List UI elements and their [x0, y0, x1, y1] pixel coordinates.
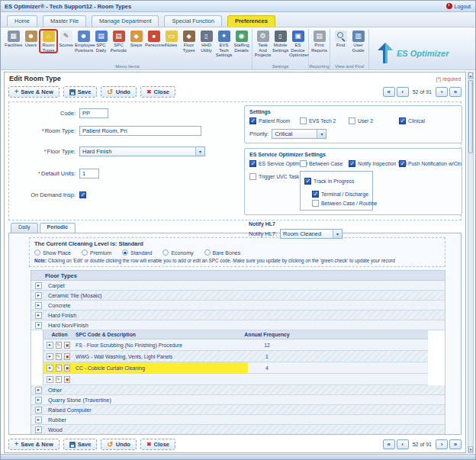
spc-row-fs[interactable]: FS - Floor Scrubbing (No Finishing) Proc…: [43, 339, 428, 351]
menu-tab-manage-department[interactable]: Manage Department: [92, 15, 159, 27]
floor-type-row-wood[interactable]: Wood: [31, 425, 445, 435]
scrollbar-thumb[interactable]: [468, 80, 473, 153]
ribbon-item-floor-types[interactable]: Floor Types: [180, 30, 198, 53]
ribbon-item-user-guide[interactable]: User Guide: [349, 30, 367, 53]
expand-icon[interactable]: [47, 353, 53, 360]
expand-icon[interactable]: [35, 426, 42, 433]
ribbon-item-spc-daily[interactable]: SPC Daily: [92, 30, 110, 53]
ribbon-item-personnel[interactable]: Personnel: [145, 30, 162, 48]
radio-premium[interactable]: Premium: [82, 249, 111, 256]
logout-button[interactable]: Logout: [446, 3, 471, 9]
delete-icon[interactable]: [64, 365, 70, 372]
checkbox-clinical[interactable]: Clinical: [399, 117, 457, 124]
checkbox-trigger-uvc-task[interactable]: Trigger UVC Task: [249, 171, 300, 180]
spc-row-new[interactable]: [43, 374, 428, 385]
ribbon-item-mobile-settings[interactable]: Mobile Settings: [272, 30, 289, 53]
checkbox-patient-room[interactable]: Patient Room: [249, 117, 300, 124]
delete-icon[interactable]: [64, 376, 70, 383]
floor-type-row-raised-computer[interactable]: Raised Computer: [31, 405, 445, 415]
ribbon-item-spc-periodic[interactable]: SPC Periodic: [110, 30, 127, 53]
radio-economy[interactable]: Economy: [162, 249, 193, 256]
floor-type-row-hard-non-finish[interactable]: Hard Non/Finish: [31, 320, 445, 330]
save-and-new-button[interactable]: +Save & New: [8, 86, 60, 98]
floor-type-row-quarry-stone[interactable]: Quarry Stone (Travertine): [31, 395, 445, 405]
last-record-button[interactable]: »: [449, 439, 462, 449]
ribbon-item-es-device-optimizer[interactable]: ES Device Optimizer: [289, 30, 307, 58]
vertical-scrollbar[interactable]: ▲ ▼: [468, 72, 474, 453]
ribbon-item-evs-tech-settings[interactable]: EVS Tech Settings: [215, 30, 233, 58]
hl7-select[interactable]: Room Cleaned: [280, 229, 343, 239]
radio-bare-bones[interactable]: Bare Bones: [204, 249, 241, 256]
floor-type-row-ceramic-tile[interactable]: Ceramic Tile (Mosaic): [31, 291, 445, 301]
expand-icon[interactable]: [47, 342, 53, 349]
checkbox-user-2[interactable]: User 2: [349, 117, 399, 124]
expand-icon[interactable]: [35, 397, 42, 404]
close-button[interactable]: ✖Close: [140, 439, 175, 450]
expand-icon[interactable]: [35, 312, 42, 319]
ribbon-item-notes[interactable]: Notes: [162, 30, 180, 48]
ribbon-item-facilities[interactable]: Facilities: [5, 30, 22, 48]
close-button[interactable]: ✖Close: [140, 86, 175, 98]
edit-icon[interactable]: [56, 342, 62, 349]
save-and-new-button[interactable]: +Save & New: [8, 439, 60, 450]
prev-record-button[interactable]: ‹: [397, 87, 409, 97]
floor-type-select[interactable]: Hard Finish: [79, 146, 205, 156]
expand-icon[interactable]: [35, 407, 42, 413]
tab-periodic[interactable]: Periodic: [40, 223, 76, 233]
ribbon-item-users[interactable]: Users: [22, 30, 40, 48]
undo-button[interactable]: ↺Undo: [101, 86, 137, 98]
floor-type-row-hard-finish[interactable]: Hard Finish: [31, 310, 445, 320]
expand-icon[interactable]: [47, 376, 53, 383]
floor-type-row-concrete[interactable]: Concrete: [31, 301, 445, 310]
menu-tab-master-file[interactable]: Master File: [43, 15, 86, 27]
checkbox-between-case[interactable]: Between Case: [300, 160, 349, 167]
delete-icon[interactable]: [64, 353, 70, 360]
menu-tab-special-function[interactable]: Special Function: [164, 15, 221, 27]
room-type-field[interactable]: [79, 126, 201, 136]
floor-type-row-carpet[interactable]: Carpet: [31, 281, 445, 291]
ribbon-item-print-reports[interactable]: Print Reports: [310, 30, 328, 53]
undo-button[interactable]: ↺Undo: [101, 439, 137, 450]
ribbon-item-employee-positions[interactable]: Employee Positions: [75, 30, 92, 53]
checkbox-between-case-routine[interactable]: Between Case / Routine: [312, 200, 368, 207]
menu-tab-preferences[interactable]: Preferences: [227, 15, 275, 27]
prev-record-button[interactable]: ‹: [397, 439, 409, 449]
checkbox-terminal-discharge[interactable]: Terminal / Discharge: [312, 191, 368, 198]
ribbon-item-staffing-details[interactable]: Staffing Details: [233, 30, 250, 53]
radio-standard[interactable]: Standard: [122, 249, 152, 256]
checkbox-push-notification[interactable]: Push Notification w/Cln: [399, 160, 462, 167]
floor-type-row-other[interactable]: Other: [31, 385, 445, 395]
on-demand-insp-checkbox[interactable]: [79, 191, 86, 198]
ribbon-item-room-types[interactable]: Room Types: [40, 30, 57, 53]
expand-icon[interactable]: [35, 417, 42, 423]
menu-tab-home[interactable]: Home: [7, 15, 37, 27]
tab-daily[interactable]: Daily: [11, 223, 38, 233]
spc-row-wwg[interactable]: WWG - Wall Washing, Vents, Light Panels …: [43, 351, 428, 362]
ribbon-item-hhd-utility[interactable]: HHD Utility: [198, 30, 215, 53]
spc-row-cc-highlighted[interactable]: CC - Cubicle Curtain Cleaning 4: [43, 362, 428, 374]
code-field[interactable]: [79, 108, 108, 118]
scroll-up-arrow-icon[interactable]: ▲: [468, 72, 473, 79]
floor-type-row-rubber[interactable]: Rubber: [31, 415, 445, 425]
expand-icon[interactable]: [35, 302, 42, 309]
expand-icon[interactable]: [35, 292, 42, 299]
checkbox-notify-inspection-tool[interactable]: Notify Inspection Tool: [349, 160, 399, 167]
next-record-button[interactable]: ›: [436, 439, 448, 449]
ribbon-item-steps[interactable]: Steps: [127, 30, 145, 48]
priority-select[interactable]: Critical: [272, 129, 326, 139]
edit-icon[interactable]: [56, 376, 62, 383]
ribbon-item-task-and-projects[interactable]: Task And Projects: [254, 30, 272, 58]
default-units-field[interactable]: [79, 169, 99, 179]
expand-icon[interactable]: [35, 387, 42, 394]
ribbon-item-scores[interactable]: Scores: [57, 30, 75, 48]
checkbox-track-in-progress[interactable]: Track In Progress: [304, 178, 354, 185]
expand-icon[interactable]: [35, 282, 42, 289]
checkbox-evs-tech-2[interactable]: EVS Tech 2: [300, 117, 349, 124]
save-button[interactable]: Save: [63, 439, 98, 450]
expand-icon[interactable]: [47, 365, 53, 372]
checkbox-es-service-optimizer[interactable]: ES Service Optimizer: [249, 160, 300, 167]
radio-show-place[interactable]: Show Place: [34, 249, 71, 256]
next-record-button[interactable]: ›: [436, 87, 448, 97]
edit-icon[interactable]: [56, 365, 62, 372]
last-record-button[interactable]: »: [449, 87, 462, 97]
